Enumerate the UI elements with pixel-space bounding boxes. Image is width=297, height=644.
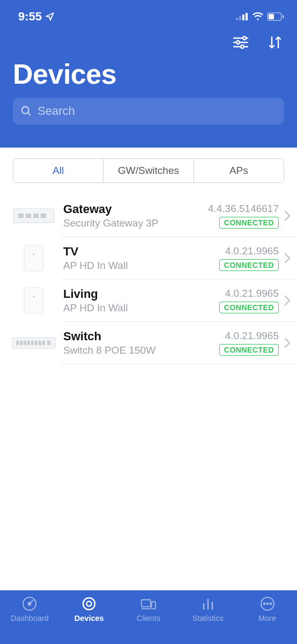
bars-icon — [200, 596, 216, 612]
nav-dashboard[interactable]: Dashboard — [0, 596, 60, 623]
chevron-right-icon — [284, 210, 291, 221]
clients-icon — [140, 596, 157, 612]
battery-icon — [267, 12, 284, 21]
svg-rect-16 — [18, 214, 24, 218]
device-row[interactable]: TVAP HD In Wall4.0.21.9965CONNECTED — [0, 237, 297, 279]
status-time: 9:55 — [18, 10, 42, 24]
device-version: 4.0.21.9965 — [219, 288, 279, 299]
svg-point-12 — [241, 45, 244, 48]
device-model: Security Gateway 3P — [63, 217, 208, 229]
divider — [62, 364, 297, 364]
svg-point-38 — [87, 602, 92, 606]
cell-signal-icon — [236, 13, 249, 20]
tab-all[interactable]: All — [13, 159, 103, 182]
svg-rect-41 — [152, 602, 156, 609]
status-badge: CONNECTED — [219, 259, 279, 271]
device-model: Switch 8 POE 150W — [63, 345, 219, 356]
device-thumbnail — [12, 245, 56, 272]
svg-rect-29 — [31, 341, 34, 345]
svg-point-8 — [243, 36, 246, 40]
device-thumbnail — [12, 330, 56, 356]
device-info: LivingAP HD In Wall — [63, 287, 219, 314]
device-model: AP HD In Wall — [63, 260, 219, 272]
nav-devices[interactable]: Devices — [60, 596, 119, 623]
svg-point-37 — [83, 598, 95, 610]
device-meta: 4.0.21.9965CONNECTED — [219, 330, 279, 356]
status-badge: CONNECTED — [219, 217, 279, 229]
tab-gw-switches[interactable]: GW/Switches — [103, 159, 194, 182]
device-row[interactable]: GatewaySecurity Gateway 3P4.4.36.5146617… — [0, 195, 297, 237]
nav-label: Devices — [75, 614, 104, 623]
svg-rect-17 — [26, 214, 31, 218]
device-name: Living — [63, 287, 219, 301]
svg-point-47 — [266, 603, 268, 605]
gauge-icon — [21, 596, 38, 612]
svg-rect-39 — [142, 600, 151, 607]
svg-rect-18 — [33, 214, 39, 218]
svg-line-14 — [28, 113, 31, 115]
nav-label: Clients — [137, 614, 160, 623]
svg-rect-27 — [24, 341, 26, 345]
nav-label: More — [258, 614, 276, 623]
chevron-right-icon — [284, 338, 291, 348]
nav-more[interactable]: More — [237, 596, 297, 623]
svg-rect-25 — [16, 341, 19, 345]
svg-rect-3 — [246, 13, 248, 20]
svg-point-46 — [263, 603, 265, 605]
svg-rect-28 — [27, 341, 30, 345]
device-meta: 4.0.21.9965CONNECTED — [219, 245, 279, 271]
device-info: SwitchSwitch 8 POE 150W — [63, 330, 219, 356]
device-model: AP HD In Wall — [63, 302, 219, 314]
device-list: GatewaySecurity Gateway 3P4.4.36.5146617… — [0, 195, 297, 364]
device-thumbnail — [12, 202, 56, 229]
nav-label: Dashboard — [11, 614, 49, 623]
search-icon — [20, 105, 32, 117]
ring-icon — [81, 596, 97, 612]
nav-statistics[interactable]: Statistics — [178, 596, 237, 623]
svg-point-48 — [270, 603, 271, 605]
svg-rect-0 — [236, 18, 238, 20]
svg-point-21 — [33, 253, 35, 255]
device-version: 4.0.21.9965 — [219, 330, 279, 342]
device-info: GatewaySecurity Gateway 3P — [63, 202, 208, 229]
svg-rect-26 — [20, 341, 23, 345]
svg-line-36 — [29, 600, 33, 604]
sort-button[interactable] — [266, 33, 284, 52]
device-thumbnail — [12, 287, 56, 314]
svg-rect-1 — [239, 16, 241, 20]
svg-rect-32 — [42, 341, 45, 345]
device-row[interactable]: SwitchSwitch 8 POE 150W4.0.21.9965CONNEC… — [0, 322, 297, 364]
tab-bar: DashboardDevicesClientsStatisticsMore — [0, 590, 297, 644]
device-meta: 4.4.36.5146617CONNECTED — [208, 203, 279, 229]
svg-rect-5 — [269, 14, 274, 19]
svg-rect-6 — [283, 15, 284, 18]
device-meta: 4.0.21.9965CONNECTED — [219, 288, 279, 313]
device-name: Switch — [63, 330, 219, 343]
status-badge: CONNECTED — [219, 302, 279, 313]
svg-rect-22 — [24, 288, 43, 313]
wifi-icon — [252, 12, 264, 21]
svg-point-23 — [33, 296, 35, 298]
search-bar[interactable] — [13, 98, 284, 125]
svg-rect-19 — [41, 214, 46, 218]
tab-aps[interactable]: APs — [194, 159, 284, 182]
filter-tabs: AllGW/SwitchesAPs — [13, 158, 284, 183]
device-name: TV — [63, 245, 219, 259]
svg-rect-20 — [24, 245, 43, 271]
chevron-right-icon — [284, 253, 291, 264]
svg-rect-30 — [35, 341, 38, 345]
status-badge: CONNECTED — [219, 344, 279, 356]
device-row[interactable]: LivingAP HD In Wall4.0.21.9965CONNECTED — [0, 280, 297, 321]
location-icon — [45, 12, 55, 21]
nav-clients[interactable]: Clients — [119, 596, 179, 623]
svg-rect-31 — [39, 341, 41, 345]
device-version: 4.0.21.9965 — [219, 245, 279, 257]
search-input[interactable] — [38, 104, 277, 118]
status-bar: 9:55 — [0, 0, 297, 26]
device-name: Gateway — [63, 202, 208, 216]
device-version: 4.4.36.5146617 — [208, 203, 279, 215]
dots-icon — [259, 596, 276, 612]
chevron-right-icon — [284, 295, 291, 306]
device-info: TVAP HD In Wall — [63, 245, 219, 272]
filter-button[interactable] — [232, 33, 250, 52]
